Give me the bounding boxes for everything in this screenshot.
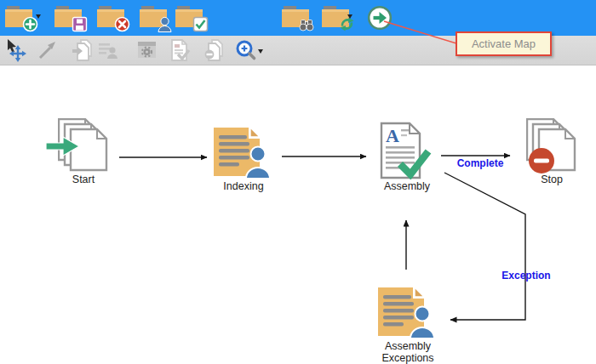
node-assembly-exceptions[interactable]: Assembly Exceptions <box>372 287 444 364</box>
add-map-button[interactable] <box>4 4 35 30</box>
add-indexing-step-button[interactable] <box>96 38 120 65</box>
remove-document-icon <box>202 38 226 62</box>
zoom-dropdown-caret[interactable] <box>258 49 263 54</box>
document-check-icon: A <box>380 122 434 179</box>
indexing-document-icon <box>96 38 120 62</box>
user-map-button[interactable] <box>139 4 169 30</box>
activate-map-tooltip: Activate Map <box>456 31 552 56</box>
binoculars-icon <box>298 16 315 32</box>
add-map-dropdown-caret[interactable] <box>36 14 41 19</box>
document-user-icon <box>377 287 438 339</box>
node-start[interactable]: Start <box>49 118 117 185</box>
edge-assembly-exceptions <box>444 173 525 320</box>
delete-icon <box>114 16 130 32</box>
assembly-document-icon <box>168 38 192 62</box>
import-document-icon <box>71 38 95 62</box>
map-designer-window: { "toolbar_main": { "background_color": … <box>0 0 596 364</box>
node-indexing[interactable]: Indexing <box>209 127 278 192</box>
add-start-step-button[interactable] <box>71 38 95 65</box>
delete-map-button[interactable] <box>96 4 127 30</box>
node-label: Assembly Exceptions <box>372 340 444 364</box>
node-stop[interactable]: Stop <box>518 118 586 185</box>
main-toolbar <box>0 0 596 36</box>
stop-sign-icon <box>528 147 555 174</box>
find-map-button[interactable] <box>281 4 312 30</box>
user-icon <box>157 16 173 32</box>
move-cursor-icon <box>4 38 28 62</box>
node-label: Assembly <box>373 180 441 192</box>
flow-edges <box>0 65 596 364</box>
map-canvas[interactable]: Complete Exception Start <box>0 65 596 364</box>
document-user-icon <box>213 127 274 179</box>
save-icon <box>72 16 88 32</box>
draw-connector-button[interactable] <box>36 38 60 65</box>
activate-arrow-icon <box>367 5 393 31</box>
node-label: Indexing <box>209 180 278 192</box>
save-map-button[interactable] <box>54 4 84 30</box>
refresh-map-dropdown-caret[interactable] <box>347 14 352 19</box>
tooltip-text: Activate Map <box>472 37 536 50</box>
select-move-tool-button[interactable] <box>4 38 28 65</box>
activate-map-button[interactable] <box>367 5 393 31</box>
arrow-connector-icon <box>36 38 60 62</box>
checkbox-icon <box>192 16 209 32</box>
node-label: Stop <box>518 173 586 185</box>
node-assembly[interactable]: A Assembly <box>373 122 441 192</box>
add-process-step-button[interactable] <box>135 38 159 65</box>
start-arrow-icon <box>45 136 81 156</box>
add-stop-step-button[interactable] <box>202 38 226 65</box>
zoom-tool-button[interactable] <box>234 38 258 65</box>
edge-label-exception: Exception <box>498 270 554 282</box>
node-label: Start <box>49 173 117 185</box>
svg-text:A: A <box>386 125 399 146</box>
verify-map-button[interactable] <box>175 4 205 30</box>
zoom-in-icon <box>234 38 258 62</box>
edge-label-complete: Complete <box>452 157 508 169</box>
add-assembly-step-button[interactable] <box>168 38 192 65</box>
process-window-icon <box>135 38 159 62</box>
